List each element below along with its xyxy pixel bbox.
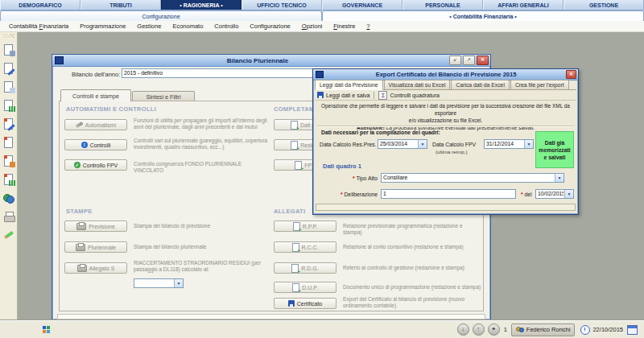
dialog-statusbar xyxy=(316,204,576,211)
pencil-icon[interactable] xyxy=(2,229,15,241)
edit-doc-red-icon[interactable] xyxy=(2,117,15,130)
main-window-titlebar[interactable]: Bilancio Pluriennale ↙ ↗ ✕ xyxy=(52,55,490,67)
top-tab-demografico[interactable]: DEMOGRAFICO xyxy=(0,0,80,10)
certificato-desc: Export del Certificato al bilancio di pr… xyxy=(343,296,481,309)
menu-controllo[interactable]: Controllo xyxy=(208,23,244,30)
doc-red-corner-icon[interactable] xyxy=(2,136,15,149)
edit-doc-blue-icon[interactable] xyxy=(2,62,15,75)
menu-economato[interactable]: Economato xyxy=(167,23,208,30)
restore-button[interactable]: ↗ xyxy=(463,56,475,65)
submodule-tab-bar: Configurazione • Contabilità Finanziaria… xyxy=(0,10,644,21)
tab-crea-file-per-export[interactable]: Crea file per l'export xyxy=(510,80,569,89)
top-tab-governance[interactable]: GOVERNANCE xyxy=(322,0,402,10)
minimize-button[interactable]: ↙ xyxy=(449,56,461,65)
controlli-button[interactable]: ! Controlli xyxy=(64,139,127,150)
fpv-combo[interactable]: 31/12/2014 xyxy=(484,139,534,149)
doc-icon xyxy=(291,264,299,273)
menu-programmazione[interactable]: Programmazione xyxy=(74,23,131,30)
chart-doc-red-icon[interactable] xyxy=(2,173,15,186)
export-certificato-dialog: Export Certificato del Bilancio di Previ… xyxy=(312,68,579,215)
res-pres-combo[interactable]: 25/03/2014 xyxy=(378,139,427,149)
controlli-desc: Controlli vari sul pluriennale (pareggio… xyxy=(134,138,269,150)
close-button[interactable]: ✕ xyxy=(477,56,489,65)
nav-up-icon[interactable]: ↑ xyxy=(473,324,485,336)
top-tab-ragioneria[interactable]: • RAGIONERIA • xyxy=(161,0,242,10)
app-grid-icon[interactable] xyxy=(43,326,50,333)
blank-doc-icon[interactable] xyxy=(2,80,15,93)
menu-contabilita-finanziaria[interactable]: Contabilità Finanziaria xyxy=(3,23,74,30)
printer-icon xyxy=(77,265,87,272)
tipo-atto-label: * Tipo Atto xyxy=(320,175,378,181)
pluriennale-desc: Stampa del bilancio pluriennale xyxy=(134,244,269,250)
previsione-button[interactable]: Previsione xyxy=(64,221,127,232)
tab-controlli-e-stampe[interactable]: Controlli e stampe xyxy=(60,89,131,101)
rpp-button[interactable]: R.P.P. xyxy=(274,221,336,232)
automatismi-icon xyxy=(75,122,83,128)
dup-button[interactable]: D.U.P. xyxy=(274,282,336,293)
section-allegati: ALLEGATI xyxy=(274,208,305,215)
menu-opzioni[interactable]: Opzioni xyxy=(296,23,328,30)
menu-help[interactable]: ? xyxy=(361,23,375,30)
rcc-button[interactable]: R.C.C. xyxy=(274,241,336,253)
user-badge[interactable]: Federico Ronchi xyxy=(511,324,576,336)
users-icon[interactable] xyxy=(2,192,15,204)
chevron-down-icon[interactable] xyxy=(524,140,533,148)
allegato-s-button[interactable]: Allegato S xyxy=(64,262,127,274)
rdg-button[interactable]: R.D.G. xyxy=(274,262,336,274)
dialog-toolbar: Leggi dati e salva Σ Controlli quadratur… xyxy=(315,90,576,101)
menu-configurazione[interactable]: Configurazione xyxy=(244,23,295,30)
automatismi-button[interactable]: Automatismi xyxy=(64,119,127,130)
chevron-down-icon[interactable] xyxy=(174,279,183,287)
nav-down-icon[interactable]: ↓ xyxy=(457,324,469,336)
leggi-dati-e-salva-button[interactable]: Leggi dati e salva xyxy=(326,93,369,98)
tab-carica-dati-da-excel[interactable]: Carica dati da Excel xyxy=(451,80,509,89)
chevron-down-icon[interactable] xyxy=(418,140,427,148)
rcc-desc: Relazione al conto consuntivo (redazione… xyxy=(343,244,481,250)
user-icon xyxy=(516,326,524,333)
tab-configurazione[interactable]: Configurazione xyxy=(0,10,322,21)
doc-icon xyxy=(292,283,299,292)
fpv-sublabel: (ultima reimp.) xyxy=(436,149,468,155)
dati-salvati-status-box: Dati già memorizzati e salvati xyxy=(535,131,574,168)
calendar-icon[interactable] xyxy=(627,325,638,335)
del-date-combo[interactable]: 10/02/2015 xyxy=(535,189,574,199)
deliberazione-input[interactable]: 1 xyxy=(381,189,516,199)
del-label: * del xyxy=(521,192,532,197)
chart-doc-green-icon[interactable] xyxy=(2,99,15,112)
controllo-fpv-button[interactable]: ✓ Controllo FPV xyxy=(64,159,127,171)
session-count: 1 xyxy=(504,326,507,333)
top-tab-ufficio-tecnico[interactable]: UFFICIO TECNICO xyxy=(242,0,322,10)
check-icon: ✓ xyxy=(74,162,80,168)
chevron-down-icon[interactable] xyxy=(555,174,564,182)
window-icon xyxy=(55,56,64,64)
menu-gestione[interactable]: Gestione xyxy=(131,23,167,30)
printer-icon[interactable] xyxy=(2,210,15,223)
dialog-close-button[interactable]: ✕ xyxy=(566,70,576,79)
certificato-button[interactable]: Certificato xyxy=(274,298,336,309)
doc-icon xyxy=(295,161,302,170)
pluriennale-button[interactable]: Pluriennale xyxy=(64,241,127,253)
menu-finestre[interactable]: Finestre xyxy=(328,23,361,30)
doc-icon xyxy=(291,141,298,150)
tasks-doc-icon[interactable] xyxy=(2,43,15,56)
toolbar-grip[interactable] xyxy=(3,34,14,38)
riaccertamento-date-combo[interactable] xyxy=(134,278,184,288)
current-date: 22/10/2015 xyxy=(592,326,623,333)
top-tab-gestione[interactable]: GESTIONE xyxy=(564,0,644,10)
previsione-desc: Stampa del bilancio di previsione xyxy=(134,223,269,229)
stamp-doc-icon[interactable] xyxy=(2,155,15,167)
dialog-titlebar[interactable]: Export Certificato del Bilancio di Previ… xyxy=(313,69,578,80)
nav-star-icon[interactable]: ✦ xyxy=(488,324,500,336)
main-window-statusbar xyxy=(57,314,485,319)
tab-visualizza-dati-su-excel[interactable]: Visualizza dati su Excel xyxy=(384,80,451,89)
top-tab-tributi[interactable]: TRIBUTI xyxy=(80,0,161,10)
tab-leggi-dati-da-previsione[interactable]: Leggi dati da Previsione xyxy=(315,80,383,90)
dialog-tab-bar: Leggi dati da Previsione Visualizza dati… xyxy=(315,80,576,90)
top-tab-personale[interactable]: PERSONALE xyxy=(402,0,483,10)
controlli-quadratura-button[interactable]: Controlli quadratura xyxy=(390,93,439,98)
top-tab-affari-generali[interactable]: AFFARI GENERALI xyxy=(483,0,564,10)
tipo-atto-combo[interactable]: Consiliare xyxy=(381,173,564,183)
chevron-down-icon[interactable] xyxy=(564,190,573,198)
rpp-desc: Relazione previsionale programmatica (re… xyxy=(343,223,481,236)
tab-contabilita-finanziaria[interactable]: • Contabilità Finanziaria • xyxy=(322,10,644,21)
